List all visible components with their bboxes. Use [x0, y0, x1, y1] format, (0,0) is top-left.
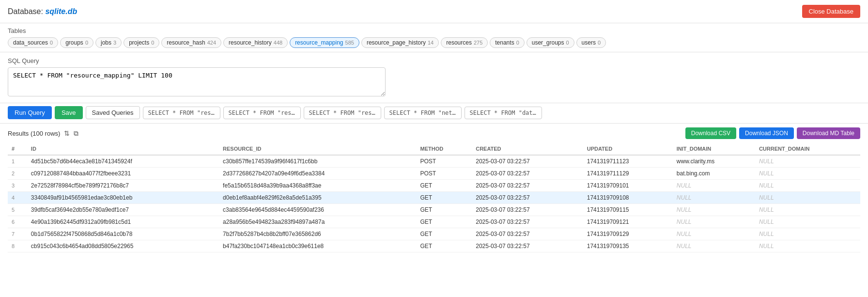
table-row[interactable]: 2c097120887484bbaa4077f2fbeee32312d37726…	[8, 168, 860, 180]
history-query-button-0[interactable]: SELECT * FROM "resou...	[143, 107, 220, 119]
table-cell: 39dfb5caf3694e2db55e780a9edf1ce7	[27, 204, 219, 216]
run-query-button[interactable]: Run Query	[8, 106, 52, 119]
table-cell: 8	[8, 240, 27, 252]
copy-icon[interactable]: ⧉	[74, 129, 78, 138]
table-tab-resources[interactable]: resources275	[441, 37, 488, 48]
column-header-updated: UPDATED	[583, 143, 673, 155]
table-cell: NULL	[673, 228, 755, 240]
table-cell: POST	[417, 155, 472, 168]
table-cell: 1741319709135	[583, 240, 673, 252]
table-cell: 1741319711123	[583, 155, 673, 168]
table-cell: d0eb1ef8aabf4e829f62e8a5de51a395	[219, 192, 416, 204]
tables-section: Tables data_sources0groups0jobs3projects…	[0, 23, 868, 52]
table-cell: fe5a15b6518d48a39b9aa4368a8ff3ae	[219, 180, 416, 192]
table-cell: GET	[417, 216, 472, 228]
saved-queries-button[interactable]: Saved Queries	[86, 106, 140, 119]
table-tab-resource_history[interactable]: resource_history448	[223, 37, 288, 48]
table-cell: 1741319709121	[583, 216, 673, 228]
table-cell: NULL	[755, 228, 860, 240]
table-cell: 1741319709129	[583, 228, 673, 240]
filter-icon[interactable]: ⇅	[64, 129, 70, 137]
table-cell: NULL	[673, 204, 755, 216]
tables-label: Tables	[8, 27, 860, 34]
table-cell: 2e72528f78984cf5be789f972176b8c7	[27, 180, 219, 192]
table-cell: 1	[8, 155, 27, 168]
results-table: #IDRESOURCE_IDMETHODCREATEDUPDATEDINIT_D…	[8, 143, 860, 252]
table-cell: 2025-03-07 03:22:57	[472, 168, 583, 180]
table-row[interactable]: 539dfb5caf3694e2db55e780a9edf1ce7c3ab835…	[8, 204, 860, 216]
table-cell: 1741319709101	[583, 180, 673, 192]
history-query-button-4[interactable]: SELECT * FROM "data_...	[465, 107, 542, 119]
table-cell: 2025-03-07 03:22:57	[472, 155, 583, 168]
table-cell: NULL	[673, 240, 755, 252]
db-title: Database: sqlite.db	[8, 7, 77, 16]
history-buttons: SELECT * FROM "resou...SELECT * FROM "re…	[143, 107, 542, 119]
save-button[interactable]: Save	[55, 106, 83, 119]
table-cell: NULL	[755, 240, 860, 252]
table-tab-groups[interactable]: groups0	[60, 37, 93, 48]
download-json-button[interactable]: Download JSON	[739, 127, 794, 139]
column-header-created: CREATED	[472, 143, 583, 155]
history-query-button-2[interactable]: SELECT * FROM "resou...	[304, 107, 381, 119]
table-cell: NULL	[673, 192, 755, 204]
table-row[interactable]: 43340849af91b4565981edae3c80eb1ebd0eb1ef…	[8, 192, 860, 204]
table-tab-resource_page_history[interactable]: resource_page_history14	[361, 37, 439, 48]
table-tab-tenants[interactable]: tenants0	[490, 37, 525, 48]
table-tab-projects[interactable]: projects0	[124, 37, 159, 48]
column-header-current_domain: CURRENT_DOMAIN	[755, 143, 860, 155]
table-cell: 2	[8, 168, 27, 180]
table-row[interactable]: 70b1d7565822f4750868d5d846a1c0b787b2f7bb…	[8, 228, 860, 240]
table-row[interactable]: 32e72528f78984cf5be789f972176b8c7fe5a15b…	[8, 180, 860, 192]
table-row[interactable]: 14d51bc5b7d6b44eca3e81b741345924fc30b857…	[8, 155, 860, 168]
sql-query-label: SQL Query	[8, 57, 860, 64]
table-cell: NULL	[673, 180, 755, 192]
table-cell: 1741319709108	[583, 192, 673, 204]
table-cell: 4e90a139b62445df9312a09fb981c5d1	[27, 216, 219, 228]
results-label: Results (100 rows)	[8, 130, 60, 137]
table-cell: cb915c043c6b4654ad08dd5805e22965	[27, 240, 219, 252]
table-cell: NULL	[755, 155, 860, 168]
column-header-method: METHOD	[417, 143, 472, 155]
table-cell: GET	[417, 240, 472, 252]
table-tab-resource_mapping[interactable]: resource_mapping585	[290, 37, 359, 48]
download-csv-button[interactable]: Download CSV	[685, 127, 736, 139]
table-cell: GET	[417, 180, 472, 192]
table-tab-data_sources[interactable]: data_sources0	[8, 37, 58, 48]
table-cell: a28a956b5e494823aa283f94897a487a	[219, 216, 416, 228]
download-buttons: Download CSV Download JSON Download MD T…	[685, 127, 860, 139]
table-cell: 1741319709115	[583, 204, 673, 216]
history-query-button-3[interactable]: SELECT * FROM "netwo...	[384, 107, 462, 119]
table-tab-resource_hash[interactable]: resource_hash424	[161, 37, 221, 48]
table-cell: 1741319711129	[583, 168, 673, 180]
table-cell: c097120887484bbaa4077f2fbeee3231	[27, 168, 219, 180]
table-tab-users[interactable]: users0	[576, 37, 606, 48]
sql-query-input[interactable]	[8, 67, 386, 96]
table-cell: NULL	[755, 216, 860, 228]
table-header: #IDRESOURCE_IDMETHODCREATEDUPDATEDINIT_D…	[8, 143, 860, 155]
column-header-#: #	[8, 143, 27, 155]
query-actions-bar: Run Query Save Saved Queries SELECT * FR…	[0, 103, 868, 124]
table-cell: bat.bing.com	[673, 168, 755, 180]
table-tab-jobs[interactable]: jobs3	[95, 37, 122, 48]
table-cell: c30b857ffe174539a9f96f4617f1c6bb	[219, 155, 416, 168]
results-header: Results (100 rows) ⇅ ⧉ Download CSV Down…	[8, 127, 860, 139]
results-table-container: #IDRESOURCE_IDMETHODCREATEDUPDATEDINIT_D…	[8, 143, 860, 252]
table-tab-user_groups[interactable]: user_groups0	[527, 37, 574, 48]
table-cell: 2025-03-07 03:22:57	[472, 204, 583, 216]
table-cell: 5	[8, 204, 27, 216]
db-name: sqlite.db	[45, 7, 77, 16]
close-database-button[interactable]: Close Database	[802, 5, 861, 18]
table-cell: POST	[417, 168, 472, 180]
table-cell: www.clarity.ms	[673, 155, 755, 168]
table-cell: 2d377268627b4207a09e49f6d5ea3384	[219, 168, 416, 180]
download-md-button[interactable]: Download MD Table	[797, 127, 860, 139]
table-cell: NULL	[755, 192, 860, 204]
table-row[interactable]: 8cb915c043c6b4654ad08dd5805e22965b47fa23…	[8, 240, 860, 252]
query-section: SQL Query	[0, 52, 868, 103]
column-header-init_domain: INIT_DOMAIN	[673, 143, 755, 155]
table-row[interactable]: 64e90a139b62445df9312a09fb981c5d1a28a956…	[8, 216, 860, 228]
table-body: 14d51bc5b7d6b44eca3e81b741345924fc30b857…	[8, 155, 860, 252]
table-cell: NULL	[673, 216, 755, 228]
history-query-button-1[interactable]: SELECT * FROM "resou...	[223, 107, 301, 119]
table-cell: GET	[417, 228, 472, 240]
